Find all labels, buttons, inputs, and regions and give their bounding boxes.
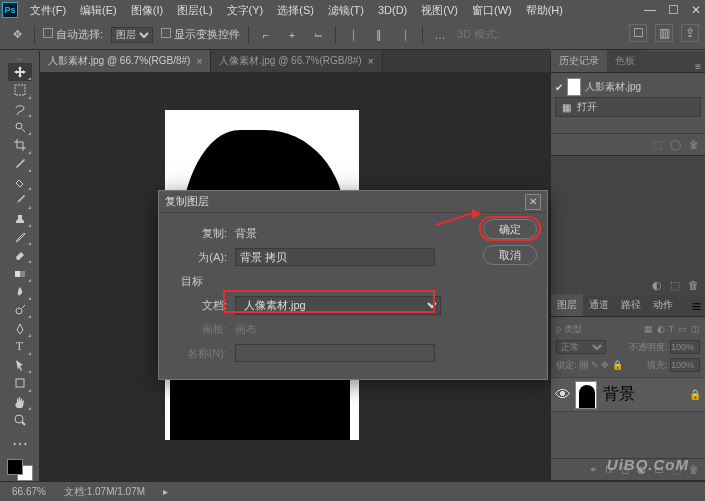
cancel-button[interactable]: 取消	[483, 245, 537, 265]
auto-select-dropdown[interactable]: 图层	[111, 27, 153, 43]
app-icon: Ps	[2, 2, 18, 18]
type-tool[interactable]: T	[8, 338, 32, 356]
layer-row-background[interactable]: 👁 背景 🔒	[551, 378, 705, 412]
menu-select[interactable]: 选择(S)	[271, 1, 320, 20]
menu-layer[interactable]: 图层(L)	[171, 1, 218, 20]
share-icon[interactable]: ⇪	[681, 24, 699, 42]
layer-thumbnail[interactable]	[575, 381, 597, 409]
panel-menu-icon[interactable]: ≡	[692, 298, 705, 316]
document-tab-active[interactable]: 人影素材.jpg @ 66.7%(RGB/8#) ×	[40, 50, 211, 72]
tools-drag-handle[interactable]: ››	[5, 55, 35, 63]
hand-tool[interactable]	[8, 393, 32, 411]
menu-filter[interactable]: 滤镜(T)	[322, 1, 370, 20]
align-top-icon[interactable]: ⌐	[257, 26, 275, 44]
filter-text-icon[interactable]: T	[669, 324, 675, 334]
foreground-color-swatch[interactable]	[7, 459, 23, 475]
visibility-icon[interactable]: 👁	[555, 386, 569, 404]
link-layers-icon[interactable]: ⚭	[589, 464, 597, 475]
panel-menu-icon[interactable]: ≡	[695, 61, 701, 72]
align-right-icon[interactable]: ｜	[396, 26, 414, 44]
right-panels: 历史记录 色板 ≡ ✔人影素材.jpg ▦打开 ⬚ ◯ 🗑 ◐ ⬚ 🗑 图层 通…	[550, 51, 705, 481]
path-select-tool[interactable]	[8, 356, 32, 374]
auto-select-checkbox[interactable]: 自动选择:	[43, 27, 103, 42]
history-source[interactable]: ✔人影素材.jpg	[555, 77, 701, 97]
distribute-icon[interactable]: …	[431, 26, 449, 44]
close-icon[interactable]: ✕	[691, 3, 701, 17]
menu-file[interactable]: 文件(F)	[24, 1, 72, 20]
menu-image[interactable]: 图像(I)	[125, 1, 169, 20]
stamp-tool[interactable]	[8, 210, 32, 228]
brush-tool[interactable]	[8, 191, 32, 209]
crop-tool[interactable]	[8, 136, 32, 154]
tab-actions[interactable]: 动作	[647, 294, 679, 316]
tab-close-icon[interactable]: ×	[368, 56, 374, 67]
lock-icon[interactable]: 🔒	[689, 389, 701, 400]
filter-pixel-icon[interactable]: ▦	[644, 324, 653, 334]
doc-info[interactable]: 文档:1.07M/1.07M	[64, 485, 145, 499]
duplicate-value: 背景	[235, 226, 257, 241]
eyedropper-tool[interactable]	[8, 155, 32, 173]
pen-tool[interactable]	[8, 319, 32, 337]
minimize-icon[interactable]: —	[644, 3, 656, 17]
menu-window[interactable]: 窗口(W)	[466, 1, 518, 20]
align-bottom-icon[interactable]: ⌙	[309, 26, 327, 44]
align-hcenter-icon[interactable]: ‖	[370, 26, 388, 44]
align-vcenter-icon[interactable]: +	[283, 26, 301, 44]
zoom-level[interactable]: 66.67%	[12, 486, 46, 497]
new-adjustment-icon[interactable]: ⬚	[670, 279, 680, 292]
svg-point-6	[15, 415, 23, 423]
delete-layer-icon[interactable]: 🗑	[689, 464, 699, 475]
blur-tool[interactable]	[8, 283, 32, 301]
lasso-tool[interactable]	[8, 100, 32, 118]
blend-mode-dropdown[interactable]: 正常	[556, 340, 606, 354]
screen-mode-icon[interactable]: ☐	[629, 24, 647, 42]
kind-filter[interactable]: ρ 类型	[556, 323, 582, 336]
adjustments-icon[interactable]: ◐	[652, 279, 662, 292]
edit-toolbar-icon[interactable]: ⋯	[8, 434, 32, 453]
filter-smart-icon[interactable]: ◫	[691, 324, 700, 334]
quick-select-tool[interactable]	[8, 118, 32, 136]
tab-channels[interactable]: 通道	[583, 294, 615, 316]
document-tab-inactive[interactable]: 人像素材.jpg @ 66.7%(RGB/8#) ×	[211, 50, 382, 72]
maximize-icon[interactable]: ☐	[668, 3, 679, 17]
tab-history[interactable]: 历史记录	[551, 50, 607, 72]
menu-3d[interactable]: 3D(D)	[372, 2, 413, 18]
zoom-tool[interactable]	[8, 411, 32, 429]
filter-shape-icon[interactable]: ▭	[678, 324, 687, 334]
show-transform-checkbox[interactable]: 显示变换控件	[161, 27, 240, 42]
opacity-input[interactable]	[670, 340, 700, 354]
dialog-close-button[interactable]: ✕	[525, 194, 541, 210]
hist-delete-icon[interactable]: 🗑	[689, 139, 699, 150]
heal-tool[interactable]	[8, 173, 32, 191]
trash-icon[interactable]: 🗑	[688, 279, 699, 291]
hist-snapshot-icon[interactable]: ◯	[670, 139, 681, 150]
eraser-tool[interactable]	[8, 246, 32, 264]
shape-tool[interactable]	[8, 374, 32, 392]
dodge-tool[interactable]	[8, 301, 32, 319]
as-input[interactable]	[235, 248, 435, 266]
tab-paths[interactable]: 路径	[615, 294, 647, 316]
fill-input[interactable]	[670, 358, 700, 372]
history-brush-tool[interactable]	[8, 228, 32, 246]
gradient-tool[interactable]	[8, 264, 32, 282]
menu-view[interactable]: 视图(V)	[415, 1, 464, 20]
align-left-icon[interactable]: ｜	[344, 26, 362, 44]
marquee-tool[interactable]	[8, 81, 32, 99]
tab-swatches[interactable]: 色板	[607, 50, 643, 72]
name-input	[235, 344, 435, 362]
annotation-arrow-head	[472, 209, 482, 219]
status-bar: 66.67% 文档:1.07M/1.07M ▸	[0, 481, 705, 501]
color-swatches[interactable]	[7, 459, 33, 481]
options-bar: ✥ 自动选择: 图层 显示变换控件 ⌐ + ⌙ ｜ ‖ ｜ … 3D 模式:	[0, 20, 705, 50]
move-tool[interactable]	[8, 63, 32, 81]
menu-edit[interactable]: 编辑(E)	[74, 1, 123, 20]
history-step[interactable]: ▦打开	[555, 97, 701, 117]
menu-type[interactable]: 文字(Y)	[221, 1, 270, 20]
menu-help[interactable]: 帮助(H)	[520, 1, 569, 20]
hist-new-icon[interactable]: ⬚	[653, 139, 662, 150]
filter-adjust-icon[interactable]: ◐	[657, 324, 665, 334]
doc-info-arrow-icon[interactable]: ▸	[163, 486, 168, 497]
arrange-icon[interactable]: ▥	[655, 24, 673, 42]
tab-layers[interactable]: 图层	[551, 294, 583, 316]
tab-close-icon[interactable]: ×	[196, 56, 202, 67]
